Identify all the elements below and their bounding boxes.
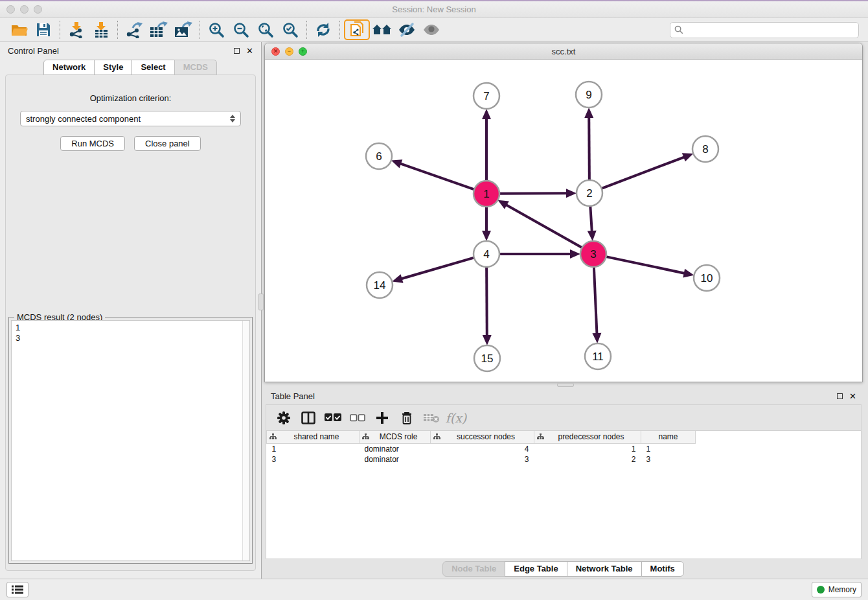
window-title: Session: New Session [0,5,868,14]
tab-network-table[interactable]: Network Table [567,561,642,577]
sitemap-icon [269,433,277,440]
float-panel-icon[interactable] [837,393,843,399]
open-session-button[interactable] [6,19,31,40]
float-panel-icon[interactable] [234,48,240,54]
table-cell[interactable]: dominator [360,443,431,454]
show-button[interactable] [419,19,444,40]
run-mcds-button[interactable]: Run MCDS [60,136,125,151]
close-panel-icon[interactable]: ✕ [246,46,253,56]
tab-style[interactable]: Style [94,60,132,75]
column-header[interactable]: MCDS role [360,431,431,443]
tab-motifs[interactable]: Motifs [641,561,684,577]
graph-edge-4-15[interactable] [486,267,487,336]
export-table-button[interactable] [146,19,171,40]
graph-edge-4-14[interactable] [401,258,474,279]
graph-edge-1-2[interactable] [499,193,567,194]
table-tabs: Node Table Edge Table Network Table Moti… [264,559,863,579]
tab-edge-table[interactable]: Edge Table [505,561,567,577]
import-table-button[interactable] [89,19,113,40]
result-scrollbar[interactable] [242,321,249,560]
graph-edge-3-1[interactable] [506,205,582,248]
main-toolbar [0,18,868,42]
zoom-selected-button[interactable] [278,19,303,40]
graph-edge-3-11[interactable] [594,267,597,334]
graph-edge-2-3[interactable] [590,206,592,232]
export-network-icon [125,21,143,38]
column-header[interactable]: name [641,431,696,443]
table-cell[interactable]: 2 [534,454,641,465]
table-settings-button[interactable] [273,408,295,428]
refresh-button[interactable] [311,19,336,40]
toolbar-separator [339,21,340,39]
panel-divider[interactable] [261,42,262,579]
search-input[interactable] [686,25,854,34]
splitter-handle[interactable] [557,383,574,387]
table-cell[interactable]: 3 [267,454,360,465]
select-stepper-icon [230,115,235,122]
tab-select[interactable]: Select [131,60,174,75]
criterion-select[interactable]: strongly connected component [20,111,241,126]
table-row[interactable]: 3dominator323 [267,454,696,465]
export-image-button[interactable] [171,19,196,40]
optimization-criterion-label: Optimization criterion: [6,93,255,103]
node-table-container[interactable]: shared nameMCDS rolesuccessor nodesprede… [266,431,862,559]
tab-mcds[interactable]: MCDS [174,60,217,75]
deselect-all-button[interactable] [347,408,369,428]
graph-node-label-4: 4 [483,248,489,260]
deselect-all-icon [350,414,365,422]
table-cell[interactable]: 4 [431,443,534,454]
close-panel-button[interactable]: Close panel [134,136,201,151]
delete-column-button[interactable] [396,408,418,428]
zoom-selected-icon [282,21,299,38]
close-panel-icon[interactable]: ✕ [849,391,856,401]
toolbar-separator [306,21,307,39]
search-box[interactable] [670,22,859,38]
column-header[interactable]: predecessor nodes [534,431,641,443]
task-history-button[interactable] [6,582,29,597]
graph-edge-2-8[interactable] [602,157,685,189]
memory-button[interactable]: Memory [812,582,862,597]
save-session-button[interactable] [31,19,56,40]
search-icon [674,25,683,34]
network-window-titlebar[interactable]: ✕ − + scc.txt [265,43,862,60]
zoom-in-button[interactable] [204,19,229,40]
delete-table-button[interactable] [420,408,442,428]
network-canvas[interactable]: 1234678910111415 [265,60,862,382]
table-cell[interactable]: 1 [641,443,696,454]
toolbar-separator [60,21,60,39]
graph-edge-1-6[interactable] [400,163,474,189]
table-cell[interactable]: 3 [431,454,534,465]
app-titlebar[interactable]: Session: New Session [0,1,868,18]
horizontal-splitter[interactable] [262,382,868,387]
table-cell[interactable]: 3 [641,454,696,465]
graph-edge-3-10[interactable] [606,257,685,273]
table-cell[interactable]: 1 [534,443,641,454]
mcds-result-item[interactable]: 3 [16,333,238,343]
graph-edge-2-9[interactable] [589,117,589,180]
show-columns-button[interactable] [297,408,319,428]
toolbar-separator [117,21,118,39]
function-builder-button[interactable]: f(x) [445,408,467,428]
hide-button[interactable] [394,19,419,40]
table-cell[interactable]: 1 [267,443,360,454]
table-cell[interactable]: dominator [360,454,431,465]
column-header[interactable]: successor nodes [431,431,534,443]
export-network-button[interactable] [122,19,146,40]
network-overview-button[interactable] [344,19,370,40]
add-column-button[interactable] [371,408,393,428]
hide-eye-icon [397,22,417,38]
node-table-body: 1dominator4113dominator323 [267,443,696,465]
zoom-fit-button[interactable] [253,19,278,40]
home-button[interactable] [370,19,394,40]
table-row[interactable]: 1dominator411 [267,443,696,454]
mcds-result-item[interactable]: 1 [16,323,238,333]
import-network-button[interactable] [64,19,89,40]
divider-handle[interactable] [258,294,264,310]
tab-network[interactable]: Network [43,60,95,75]
sitemap-icon [433,433,440,440]
select-all-button[interactable] [322,408,344,428]
tab-node-table[interactable]: Node Table [442,561,505,577]
mcds-result-list[interactable]: 13 [12,321,242,560]
zoom-out-button[interactable] [229,19,253,40]
column-header[interactable]: shared name [267,431,360,443]
